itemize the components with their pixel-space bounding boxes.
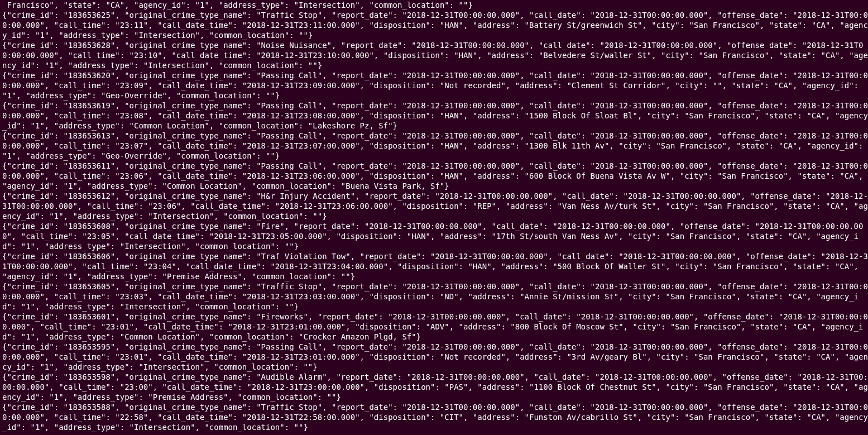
- terminal-records-block: {"crime_id": "183653625", "original_crim…: [2, 11, 868, 432]
- terminal-output[interactable]: Francisco", "state": "CA", "agency_id": …: [0, 0, 868, 432]
- terminal-partial-line: Francisco", "state": "CA", "agency_id": …: [2, 1, 473, 9]
